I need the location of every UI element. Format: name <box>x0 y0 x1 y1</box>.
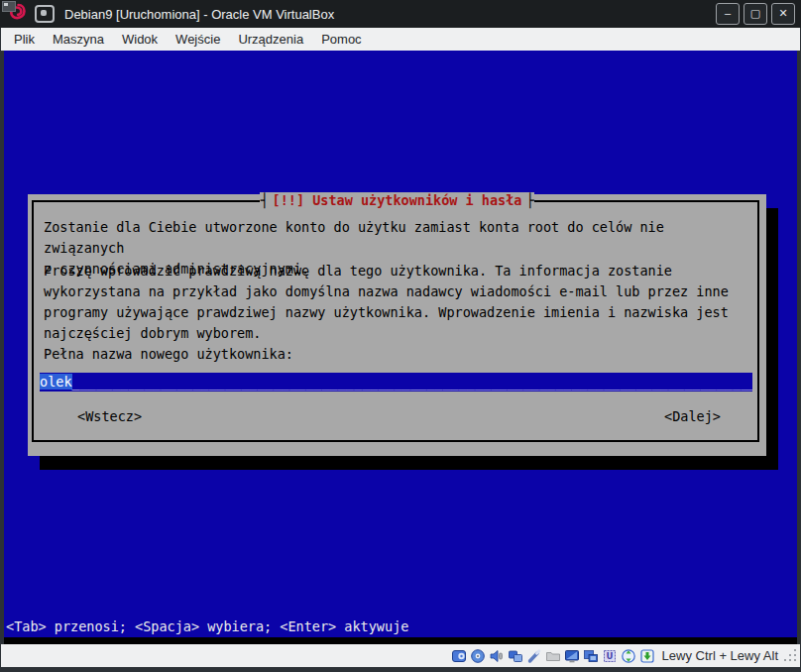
vm-screen-bottom-band <box>4 637 797 644</box>
titlebar: Debian9 [Uruchomiona] - Oracle VM Virtua… <box>0 0 801 28</box>
dialog-title: ┤[!!] Ustaw użytkowników i hasła├ <box>28 192 766 209</box>
minimize-button[interactable]: – <box>716 3 740 25</box>
next-button[interactable]: <Dalej> <box>664 406 721 427</box>
svg-text:U: U <box>606 651 613 661</box>
menu-pomoc[interactable]: Pomoc <box>312 28 370 51</box>
back-button[interactable]: <Wstecz> <box>77 406 142 427</box>
vm-state-icon <box>35 5 55 23</box>
menu-widok[interactable]: Widok <box>113 28 167 51</box>
keyboard-icon[interactable] <box>639 648 655 664</box>
menubar: Plik Maszyna Widok Wejście Urządzenia Po… <box>1 28 800 51</box>
input-underscore-fill: ________________________________________… <box>80 374 752 390</box>
close-button[interactable]: ✕ <box>771 3 795 25</box>
virtualbox-window: Debian9 [Uruchomiona] - Oracle VM Virtua… <box>0 0 801 672</box>
menu-maszyna[interactable]: Maszyna <box>44 28 113 51</box>
shared-folders-icon[interactable] <box>545 648 561 664</box>
dialog-paragraph-2: Proszę wprowadzić prawdziwą nazwę dla te… <box>44 261 752 344</box>
optical-disc-icon[interactable] <box>470 648 486 664</box>
fullname-input-value: olek <box>40 374 72 390</box>
window-badge-icon <box>2 1 16 12</box>
statusbar: U Lewy Ctrl + Lewy Alt <box>1 644 800 667</box>
network-icon[interactable] <box>508 648 523 664</box>
features-chip-icon[interactable]: U <box>602 648 618 664</box>
maximize-button[interactable]: ▢ <box>744 3 767 25</box>
title-junction-right: ├ <box>525 192 533 208</box>
window-title: Debian9 [Uruchomiona] - Oracle VM Virtua… <box>64 7 334 22</box>
menu-urzadzenia[interactable]: Urządzenia <box>229 28 312 51</box>
hard-disk-icon[interactable] <box>451 648 467 664</box>
audio-icon[interactable] <box>489 648 505 664</box>
display-icon[interactable] <box>564 648 580 664</box>
installer-dialog: ┤[!!] Ustaw użytkowników i hasła├ Zostan… <box>28 194 766 456</box>
resize-grip[interactable] <box>784 649 797 662</box>
dialog-title-text: [!!] Ustaw użytkowników i hasła <box>269 192 526 208</box>
input-caret: _ <box>72 374 80 390</box>
menu-plik[interactable]: Plik <box>5 28 44 51</box>
fullname-field-label: Pełna nazwa nowego użytkownika: <box>44 344 293 365</box>
fullname-input[interactable]: olek____________________________________… <box>40 373 752 392</box>
mouse-integration-icon[interactable] <box>621 648 636 664</box>
installer-help-line: <Tab> przenosi; <Spacja> wybiera; <Enter… <box>6 618 408 635</box>
window-frame <box>0 667 801 672</box>
menu-wejscie[interactable]: Wejście <box>167 28 229 51</box>
vm-console-screen: ┤[!!] Ustaw użytkowników i hasła├ Zostan… <box>4 51 797 644</box>
host-key-combo: Lewy Ctrl + Lewy Alt <box>662 648 778 663</box>
video-capture-icon[interactable] <box>583 648 599 664</box>
usb-icon[interactable] <box>526 648 542 664</box>
title-junction-left: ┤ <box>260 192 268 208</box>
